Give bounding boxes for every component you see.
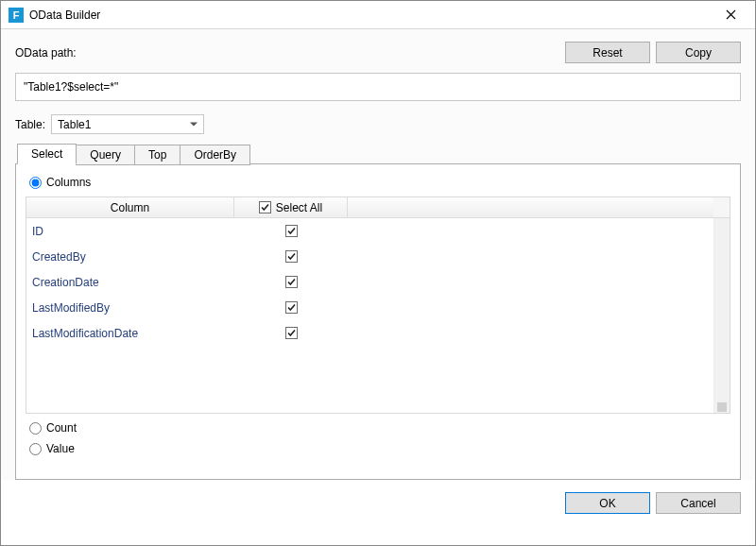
window-title: OData Builder xyxy=(29,9,712,22)
table-row[interactable]: ID xyxy=(26,218,713,244)
check-icon xyxy=(286,302,297,313)
tab-select[interactable]: Select xyxy=(17,144,77,164)
cancel-button[interactable]: Cancel xyxy=(656,492,741,514)
tab-top[interactable]: Top xyxy=(134,145,180,165)
select-all-checkbox[interactable] xyxy=(259,201,271,213)
tab-query[interactable]: Query xyxy=(76,145,135,165)
dialog-footer: OK Cancel xyxy=(1,480,755,514)
radio-value-label: Value xyxy=(46,442,75,455)
column-name: LastModifiedBy xyxy=(26,301,234,315)
table-row[interactable]: CreatedBy xyxy=(26,244,713,269)
close-icon xyxy=(726,9,736,20)
column-name: ID xyxy=(26,225,234,238)
table-row[interactable]: CreationDate xyxy=(26,269,713,295)
column-checkbox[interactable] xyxy=(285,327,298,339)
odata-path-label: OData path: xyxy=(15,46,77,60)
tab-orderby[interactable]: OrderBy xyxy=(180,145,250,165)
radio-count[interactable] xyxy=(29,422,42,435)
window-close-button[interactable] xyxy=(712,2,749,28)
table-row[interactable]: LastModificationDate xyxy=(26,320,713,346)
table-label: Table: xyxy=(15,118,45,131)
check-icon xyxy=(286,277,297,287)
columns-scrollbar[interactable] xyxy=(713,218,730,413)
column-name: LastModificationDate xyxy=(26,327,234,340)
app-icon: F xyxy=(9,8,24,23)
radio-value[interactable] xyxy=(29,443,42,455)
check-icon xyxy=(286,328,297,338)
column-checkbox[interactable] xyxy=(285,301,298,314)
copy-button[interactable]: Copy xyxy=(656,42,741,63)
check-icon xyxy=(260,202,270,213)
radio-columns[interactable] xyxy=(29,177,42,189)
tab-panel-select: Columns Column Select All IDCreatedByCre… xyxy=(15,163,741,480)
column-header-selectall[interactable]: Select All xyxy=(234,197,348,217)
window-titlebar: F OData Builder xyxy=(1,1,755,29)
table-select-value: Table1 xyxy=(58,118,91,131)
radio-count-row[interactable]: Count xyxy=(29,421,730,435)
radio-columns-row[interactable]: Columns xyxy=(29,176,730,189)
select-all-label: Select All xyxy=(276,201,322,214)
radio-columns-label: Columns xyxy=(46,176,91,189)
check-icon xyxy=(286,251,297,262)
reset-button[interactable]: Reset xyxy=(565,42,650,63)
column-name: CreatedBy xyxy=(26,250,234,264)
column-checkbox[interactable] xyxy=(285,250,298,263)
check-icon xyxy=(286,226,297,236)
table-select[interactable]: Table1 xyxy=(51,114,204,134)
column-header-name[interactable]: Column xyxy=(26,197,234,217)
columns-table: Column Select All IDCreatedByCreationDat… xyxy=(26,196,730,414)
column-checkbox[interactable] xyxy=(285,276,298,288)
radio-value-row[interactable]: Value xyxy=(29,442,730,455)
odata-path-input[interactable] xyxy=(15,73,741,101)
scroll-header-gap xyxy=(713,197,730,217)
column-name: CreationDate xyxy=(26,276,234,289)
table-row[interactable]: LastModifiedBy xyxy=(26,295,713,320)
columns-table-header: Column Select All xyxy=(26,197,730,218)
column-checkbox[interactable] xyxy=(285,225,298,237)
radio-count-label: Count xyxy=(46,421,77,435)
ok-button[interactable]: OK xyxy=(565,492,650,514)
tabs: Select Query Top OrderBy xyxy=(17,144,741,164)
scrollbar-thumb[interactable] xyxy=(717,402,727,412)
